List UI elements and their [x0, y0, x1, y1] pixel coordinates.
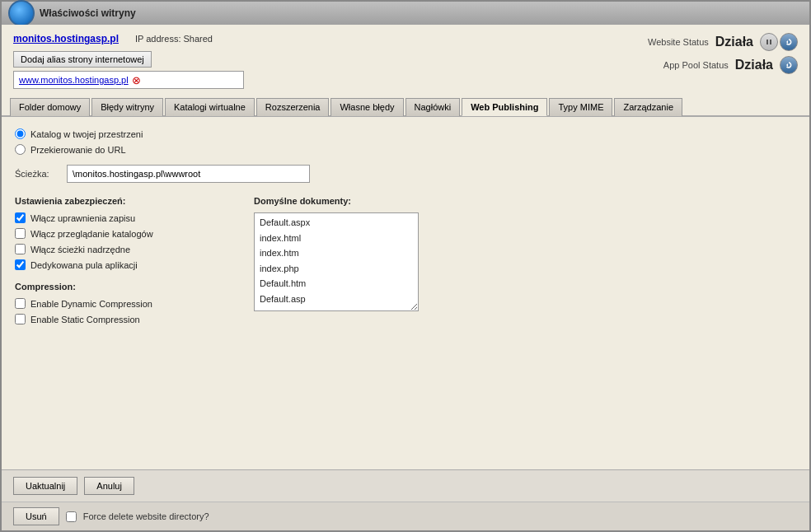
tab-folder-domowy[interactable]: Folder domowy [10, 98, 90, 116]
header-section: monitos.hostingasp.pl IP address: Shared… [2, 25, 809, 94]
add-alias-button[interactable]: Dodaj alias strony internetowej [13, 51, 152, 68]
refresh-button[interactable] [780, 33, 798, 51]
checkbox-write-perms-label: Włącz uprawnienia zapisu [30, 213, 135, 223]
header-right: Website Status Działa App Pool Status Dz… [648, 33, 798, 74]
footer-bar: Uaktualnij Anuluj [2, 469, 809, 502]
radio-katalog-label: Katalog w twojej przestrzeni [30, 129, 143, 139]
website-status-label: Website Status [648, 37, 709, 47]
checkbox-write-perms: Włącz uprawnienia zapisu [15, 212, 229, 223]
svg-rect-0 [766, 40, 768, 44]
radio-redirect: Przekierowanie do URL [15, 144, 796, 155]
apppool-status-label: App Pool Status [663, 60, 729, 70]
list-item: index.asp [258, 306, 415, 311]
apppool-status-icons [780, 56, 798, 74]
ip-address: IP address: Shared [135, 34, 213, 44]
checkbox-app-pool-label: Dedykowana pula aplikacji [30, 260, 138, 270]
site-link[interactable]: monitos.hostingasp.pl [13, 33, 119, 44]
checkbox-dynamic-compression: Enable Dynamic Compression [15, 298, 229, 309]
path-input[interactable] [67, 165, 310, 183]
tab-katalogi-wirtualne[interactable]: Katalogi wirtualne [165, 98, 255, 116]
checkbox-static-compression: Enable Static Compression [15, 314, 229, 324]
content-area: monitos.hostingasp.pl IP address: Shared… [2, 25, 809, 530]
pause-button[interactable] [760, 33, 778, 51]
website-status-value: Działa [715, 35, 753, 49]
tabs-bar: Folder domowy Błędy witryny Katalogi wir… [2, 97, 809, 117]
two-column-section: Ustawienia zabezpieczeń: Włącz uprawnien… [15, 196, 796, 329]
radio-redirect-label: Przekierowanie do URL [30, 145, 126, 155]
checkbox-parent-paths-input[interactable] [15, 244, 26, 254]
list-item: Default.asp [258, 292, 415, 307]
delete-bar: Usuń Force delete website directory? [2, 502, 809, 530]
checkbox-app-pool-input[interactable] [15, 259, 26, 270]
security-section-title: Ustawienia zabezpieczeń: [15, 196, 229, 206]
main-area: Katalog w twojej przestrzeni Przekierowa… [2, 117, 809, 469]
delete-button[interactable]: Usuń [13, 507, 59, 525]
list-item: Default.aspx [258, 215, 415, 231]
radio-katalog: Katalog w twojej przestrzeni [15, 128, 796, 139]
tab-typy-mime[interactable]: Typy MIME [549, 98, 612, 116]
tab-bledy-witryny[interactable]: Błędy witryny [91, 98, 163, 116]
tab-rozszerzenia[interactable]: Rozszerzenia [256, 98, 330, 116]
left-column: Ustawienia zabezpieczeń: Włącz uprawnien… [15, 196, 229, 329]
site-url-box: www.monitos.hostingasp.pl ⊗ [13, 71, 244, 89]
svg-marker-3 [786, 63, 788, 67]
svg-marker-2 [786, 40, 788, 44]
compression-title: Compression: [15, 282, 229, 292]
path-row: Ścieżka: [15, 165, 796, 183]
default-docs-list[interactable]: Default.aspxindex.htmlindex.htmindex.php… [254, 212, 419, 311]
force-delete-checkbox[interactable] [66, 511, 77, 522]
list-item: index.htm [258, 245, 415, 261]
radio-katalog-input[interactable] [15, 128, 26, 139]
radio-redirect-input[interactable] [15, 144, 26, 155]
apppool-status-row: App Pool Status Działa [663, 56, 798, 74]
checkbox-dynamic-compression-label: Enable Dynamic Compression [30, 299, 152, 309]
header-left: monitos.hostingasp.pl IP address: Shared… [13, 33, 244, 89]
checkbox-static-compression-label: Enable Static Compression [30, 315, 140, 324]
cancel-button[interactable]: Anuluj [84, 477, 134, 495]
update-button[interactable]: Uaktualnij [13, 477, 77, 495]
apppool-refresh-button[interactable] [780, 56, 798, 74]
apppool-status-value: Działa [735, 58, 773, 72]
list-item: index.html [258, 231, 415, 246]
force-delete-label: Force delete website directory? [83, 511, 209, 521]
tab-web-publishing[interactable]: Web Publishing [462, 98, 547, 116]
list-item: Default.htm [258, 276, 415, 292]
location-radio-group: Katalog w twojej przestrzeni Przekierowa… [15, 128, 796, 155]
window-title: Właściwości witryny [40, 7, 136, 19]
right-column: Domyślne dokumenty: Default.aspxindex.ht… [254, 196, 796, 329]
remove-url-icon[interactable]: ⊗ [132, 74, 141, 86]
list-item: index.php [258, 261, 415, 277]
tab-naglowki[interactable]: Nagłówki [406, 98, 461, 116]
compression-section: Compression: Enable Dynamic Compression … [15, 282, 229, 324]
site-url-text[interactable]: www.monitos.hostingasp.pl [19, 75, 129, 85]
checkbox-write-perms-input[interactable] [15, 212, 26, 223]
checkbox-static-compression-input[interactable] [15, 314, 26, 324]
checkbox-parent-paths-label: Włącz ścieżki nadrzędne [30, 245, 130, 254]
checkbox-browse-dirs: Włącz przeglądanie katalogów [15, 228, 229, 239]
path-label: Ścieżka: [15, 169, 60, 179]
svg-rect-1 [770, 40, 771, 44]
checkbox-dynamic-compression-input[interactable] [15, 298, 26, 309]
website-status-icons [760, 33, 798, 51]
website-status-row: Website Status Działa [648, 33, 798, 51]
title-bar: Właściwości witryny [2, 2, 809, 25]
checkbox-app-pool: Dedykowana pula aplikacji [15, 259, 229, 270]
checkbox-browse-dirs-label: Włącz przeglądanie katalogów [30, 229, 153, 239]
globe-icon [8, 0, 35, 26]
docs-section-title: Domyślne dokumenty: [254, 196, 796, 206]
tab-wlasne-bledy[interactable]: Własne błędy [330, 98, 403, 116]
tab-zarzadzanie[interactable]: Zarządzanie [614, 98, 682, 116]
checkbox-browse-dirs-input[interactable] [15, 228, 26, 239]
checkbox-parent-paths: Włącz ścieżki nadrzędne [15, 244, 229, 254]
main-window: Właściwości witryny monitos.hostingasp.p… [0, 0, 811, 532]
